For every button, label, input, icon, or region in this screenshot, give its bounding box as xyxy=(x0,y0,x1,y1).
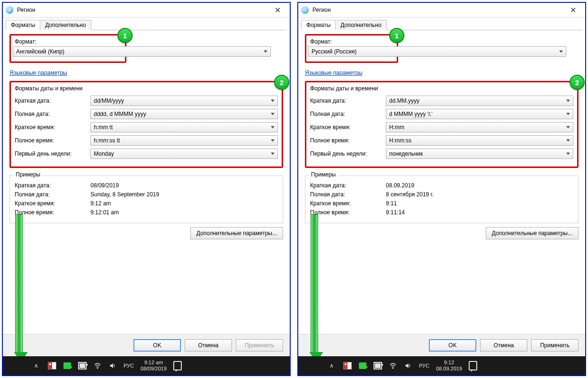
ex-short-date-label: Краткая дата: xyxy=(310,182,386,189)
additional-params-button[interactable]: Дополнительные параметры... xyxy=(486,227,579,239)
ex-long-time-value: 9:11:14 xyxy=(386,209,573,216)
ex-long-date-value: Sunday, 8 September 2019 xyxy=(90,191,278,198)
callout-1: 1 xyxy=(389,28,404,43)
taskbar[interactable]: ∧ РУС 9:12 am 08/09/2019 xyxy=(3,356,290,375)
format-label: Формат: xyxy=(310,38,393,45)
first-day-label: Первый день недели: xyxy=(15,150,90,157)
svg-point-1 xyxy=(392,368,393,369)
examples-title: Примеры xyxy=(309,171,338,178)
tab-formats[interactable]: Форматы xyxy=(301,20,336,30)
wifi-icon[interactable] xyxy=(93,361,102,370)
datetime-highlight: 2 Форматы даты и времени Краткая дата: d… xyxy=(305,81,579,168)
short-time-dropdown[interactable]: H:mm xyxy=(386,122,573,132)
long-time-label: Полное время: xyxy=(310,137,386,144)
tabs: Форматы Дополнительно xyxy=(301,19,582,30)
language-params-link[interactable]: Языковые параметры xyxy=(9,70,283,76)
wifi-icon[interactable] xyxy=(389,361,397,370)
language-params-link[interactable]: Языковые параметры xyxy=(305,70,579,76)
examples-group: Примеры Краткая дата:08/09/2019 Полная д… xyxy=(9,176,283,223)
format-dropdown[interactable]: Русский (Россия) xyxy=(308,46,566,57)
first-day-dropdown[interactable]: Monday xyxy=(90,149,278,159)
dialog-buttons: OK Отмена Применить xyxy=(3,334,290,356)
tray-overflow-icon[interactable]: ∧ xyxy=(31,360,41,371)
battery-icon[interactable] xyxy=(374,361,382,370)
row-long-time: Полное время: H:mm:ss xyxy=(310,135,573,146)
long-date-label: Полная дата: xyxy=(15,111,90,117)
tray-app-icon[interactable] xyxy=(48,361,56,370)
flag-icon[interactable] xyxy=(358,361,367,370)
close-icon[interactable]: ✕ xyxy=(563,4,582,16)
section-title: Форматы даты и времени xyxy=(310,85,573,92)
examples-title: Примеры xyxy=(14,171,42,178)
cancel-button[interactable]: Отмена xyxy=(480,339,527,352)
notification-icon[interactable] xyxy=(469,361,477,370)
tab-formats[interactable]: Форматы xyxy=(6,20,40,30)
arrow-indicator xyxy=(14,215,24,361)
window-title: Регион xyxy=(312,7,563,13)
ex-short-time-label: Краткое время: xyxy=(310,200,386,207)
svg-point-0 xyxy=(97,368,98,369)
format-value: Английский (Кипр) xyxy=(16,48,64,55)
long-date-dropdown[interactable]: d MMMM yyyy 'г.' xyxy=(386,109,573,119)
battery-icon[interactable] xyxy=(78,361,87,370)
first-day-label: Первый день недели: xyxy=(310,150,386,157)
additional-params-button[interactable]: Дополнительные параметры... xyxy=(190,227,283,239)
short-time-dropdown[interactable]: h:mm tt xyxy=(90,122,278,132)
tabs: Форматы Дополнительно xyxy=(6,19,287,30)
short-date-label: Краткая дата: xyxy=(15,97,90,104)
content: 1 Формат: Русский (Россия) Языковые пара… xyxy=(298,30,585,334)
taskbar-lang[interactable]: РУС xyxy=(419,363,429,369)
taskbar-clock[interactable]: 9:12 08.09.2019 xyxy=(436,360,462,372)
callout-2: 2 xyxy=(274,75,289,90)
notification-icon[interactable] xyxy=(173,361,182,370)
datetime-highlight: 2 Форматы даты и времени Краткая дата: d… xyxy=(9,81,283,168)
short-date-dropdown[interactable]: dd/MM/yyyy xyxy=(90,96,278,106)
format-dropdown[interactable]: Английский (Кипр) xyxy=(13,46,271,57)
long-time-dropdown[interactable]: H:mm:ss xyxy=(386,135,573,146)
long-date-dropdown[interactable]: dddd, d MMMM yyyy xyxy=(90,109,278,119)
ok-button[interactable]: OK xyxy=(134,339,181,352)
row-long-time: Полное время: h:mm:ss tt xyxy=(15,135,278,146)
titlebar[interactable]: Регион ✕ xyxy=(298,3,585,18)
long-time-label: Полное время: xyxy=(15,137,90,144)
row-short-time: Краткое время: H:mm xyxy=(310,122,573,132)
first-day-dropdown[interactable]: понедельник xyxy=(386,149,573,159)
ex-short-date-label: Краткая дата: xyxy=(15,182,90,189)
globe-icon xyxy=(301,6,309,14)
volume-icon[interactable] xyxy=(404,361,412,370)
row-long-date: Полная дата: dddd, d MMMM yyyy xyxy=(15,109,278,119)
ex-short-time-value: 9:11 xyxy=(386,200,573,207)
callout-1: 1 xyxy=(117,28,133,43)
taskbar-lang[interactable]: РУС xyxy=(124,363,134,369)
titlebar[interactable]: Регион ✕ xyxy=(3,3,290,18)
section-title: Форматы даты и времени xyxy=(15,85,278,92)
content: 1 Формат: Английский (Кипр) Языковые пар… xyxy=(3,30,290,334)
cancel-button[interactable]: Отмена xyxy=(185,339,232,352)
ex-long-date-value: 8 сентября 2019 г. xyxy=(386,191,573,198)
ex-short-date-value: 08/09/2019 xyxy=(90,182,278,189)
taskbar[interactable]: ∧ РУС 9:12 08.09.2019 xyxy=(298,356,585,375)
short-time-label: Краткое время: xyxy=(310,124,386,131)
globe-icon xyxy=(6,6,13,14)
apply-button[interactable]: Применить xyxy=(531,339,579,352)
short-date-label: Краткая дата: xyxy=(310,97,386,104)
tab-advanced[interactable]: Дополнительно xyxy=(335,20,386,30)
long-time-dropdown[interactable]: h:mm:ss tt xyxy=(90,135,278,146)
taskbar-time: 9:12 xyxy=(436,360,462,366)
row-first-day: Первый день недели: понедельник xyxy=(310,149,573,159)
ok-button[interactable]: OK xyxy=(429,339,476,352)
examples-group: Примеры Краткая дата:08.09.2019 Полная д… xyxy=(305,176,579,223)
flag-icon[interactable] xyxy=(63,361,71,370)
apply-button[interactable]: Применить xyxy=(236,339,283,352)
tab-advanced[interactable]: Дополнительно xyxy=(40,20,91,30)
tray-app-icon[interactable] xyxy=(343,361,352,370)
close-icon[interactable]: ✕ xyxy=(268,4,287,16)
short-date-dropdown[interactable]: dd.MM.yyyy xyxy=(386,96,573,106)
volume-icon[interactable] xyxy=(108,361,117,370)
row-long-date: Полная дата: d MMMM yyyy 'г.' xyxy=(310,109,573,119)
taskbar-date: 08.09.2019 xyxy=(436,366,462,372)
tray-overflow-icon[interactable]: ∧ xyxy=(327,360,337,371)
row-short-date: Краткая дата: dd/MM/yyyy xyxy=(15,96,278,106)
taskbar-clock[interactable]: 9:12 am 08/09/2019 xyxy=(141,360,167,372)
ex-long-time-value: 9:12:01 am xyxy=(90,209,278,216)
